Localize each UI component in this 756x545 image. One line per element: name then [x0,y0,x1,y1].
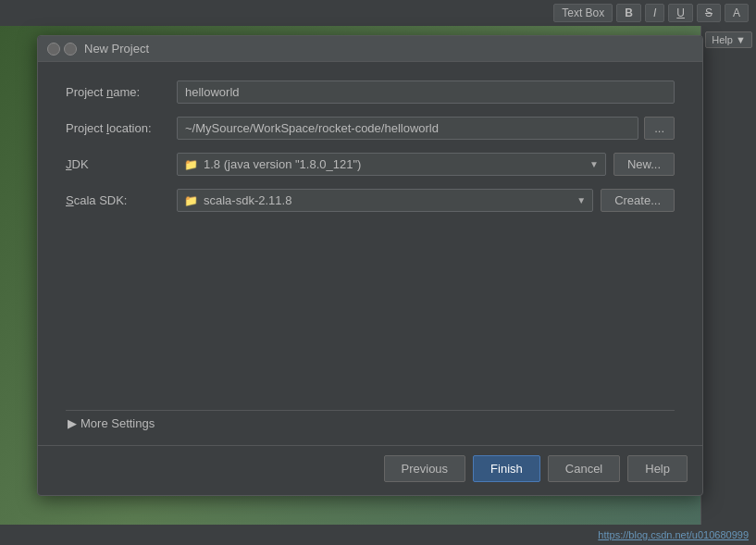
jdk-select-wrapper: 📁 1.8 (java version "1.8.0_121") [177,153,606,176]
scala-sdk-create-button[interactable]: Create... [601,189,675,212]
project-name-row: Project name: [66,81,675,104]
dialog-footer: Previous Finish Cancel Help [38,445,702,495]
more-settings-label: More Settings [81,416,155,430]
align-button[interactable]: A [725,4,749,22]
italic-button[interactable]: I [645,4,664,22]
jdk-label: JDK [66,157,177,171]
close-button[interactable] [47,43,60,56]
finish-button[interactable]: Finish [473,455,540,482]
project-name-underline: n [106,85,113,99]
textbox-button[interactable]: Text Box [553,4,613,22]
previous-button[interactable]: Previous [384,455,466,482]
scala-sdk-label: Scala SDK: [66,193,177,207]
scala-sdk-select[interactable]: scala-sdk-2.11.8 [177,189,593,212]
project-location-input[interactable] [177,117,638,140]
help-button[interactable]: Help [627,455,688,482]
project-name-input[interactable] [177,81,675,104]
toolbar-right: Text Box B I U S A [553,4,749,22]
titlebar-controls [47,43,77,56]
dialog-spacer [66,225,675,410]
cancel-button[interactable]: Cancel [548,455,620,482]
project-location-underline: l [106,121,109,135]
jdk-underline: J [66,157,72,171]
bold-button[interactable]: B [616,4,641,22]
project-location-row: Project location: ... [66,117,675,140]
jdk-row: JDK 📁 1.8 (java version "1.8.0_121") New… [66,153,675,176]
project-location-label: Project location: [66,121,177,135]
more-settings-chevron-icon: ▶ [68,416,77,430]
underline-button[interactable]: U [668,4,693,22]
dialog-title: New Project [84,42,149,56]
scala-sdk-select-wrapper: 📁 scala-sdk-2.11.8 [177,189,593,212]
dialog-content: Project name: Project location: ... JDK … [38,62,702,445]
minimize-button[interactable] [64,43,77,56]
jdk-select[interactable]: 1.8 (java version "1.8.0_121") [177,153,606,176]
new-project-dialog: New Project Project name: Project locati… [37,35,703,496]
dialog-titlebar: New Project [38,36,702,62]
jdk-new-button[interactable]: New... [613,153,675,176]
scala-sdk-row: Scala SDK: 📁 scala-sdk-2.11.8 Create... [66,189,675,212]
top-toolbar: Text Box B I U S A [0,0,756,26]
scala-sdk-underline: S [66,193,74,207]
more-settings-row[interactable]: ▶ More Settings [66,410,675,436]
dialog-backdrop: New Project Project name: Project locati… [0,26,756,545]
browse-button[interactable]: ... [644,117,675,140]
project-name-label: Project name: [66,85,177,99]
strikethrough-button[interactable]: S [697,4,721,22]
